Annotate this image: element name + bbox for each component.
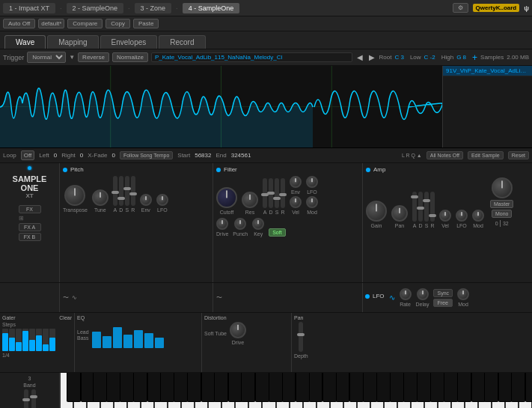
black-key-9[interactable]: [174, 373, 188, 402]
follow-btn[interactable]: Follow Song Tempo: [120, 151, 173, 159]
black-key-11[interactable]: [201, 373, 215, 402]
black-key-30[interactable]: [457, 373, 471, 402]
black-key-19[interactable]: [309, 373, 323, 402]
soft-btn[interactable]: Soft: [269, 228, 285, 237]
black-key-25[interactable]: [390, 373, 404, 402]
black-key-27[interactable]: [417, 373, 431, 402]
lfo-rate-knob[interactable]: [400, 288, 412, 300]
black-key-5[interactable]: [120, 373, 134, 402]
trigger-mode-select[interactable]: Normal: [27, 52, 66, 63]
lfo-delay-knob[interactable]: [417, 288, 429, 300]
black-key-33[interactable]: [498, 373, 513, 402]
pitch-env-knob[interactable]: [140, 194, 152, 206]
black-key-7[interactable]: [147, 373, 162, 402]
amp-lfo-knob[interactable]: [456, 210, 468, 222]
black-key-3[interactable]: [93, 373, 107, 402]
tab-envelopes[interactable]: Envelopes: [100, 35, 158, 49]
filter-env-knob[interactable]: [290, 176, 302, 188]
tab-sampleone-2[interactable]: 4 - SampleOne: [183, 3, 240, 13]
lfo-free-btn[interactable]: Free: [433, 299, 453, 307]
gater-bar-4[interactable]: [22, 329, 28, 351]
black-key-24[interactable]: [376, 373, 391, 402]
black-key-32[interactable]: [484, 373, 498, 402]
edit-sample-btn[interactable]: Edit Sample: [468, 151, 504, 159]
tab-wave[interactable]: Wave: [4, 35, 46, 49]
band-slider-1[interactable]: [24, 389, 28, 408]
fxb-btn[interactable]: FX B: [19, 233, 41, 241]
eq-bar-2[interactable]: [103, 336, 111, 348]
gater-bar-2[interactable]: [9, 329, 15, 351]
eq-bar-6[interactable]: [144, 333, 153, 348]
gain-knob[interactable]: [366, 201, 387, 222]
settings-btn[interactable]: ⚙: [453, 3, 468, 13]
distortion-drive-knob[interactable]: [230, 322, 246, 338]
black-key-10[interactable]: [187, 373, 201, 402]
fx-btn[interactable]: FX: [19, 205, 41, 213]
amp-vel-knob[interactable]: [439, 210, 451, 222]
gater-bar-3[interactable]: [16, 329, 22, 351]
waveform-sidebar-item[interactable]: 91V_VhP_Kate_Vocal_AdLib_115...: [443, 66, 532, 76]
pitch-lfo-knob[interactable]: [156, 194, 168, 206]
lfo-sync-btn[interactable]: Sync: [433, 289, 453, 297]
next-arrow[interactable]: ▶: [367, 53, 376, 61]
punch-knob[interactable]: [234, 218, 246, 230]
gater-bar-6[interactable]: [36, 329, 42, 351]
black-key-23[interactable]: [363, 373, 377, 402]
prev-arrow[interactable]: ◀: [355, 53, 364, 61]
black-key-16[interactable]: [269, 373, 283, 402]
master-knob[interactable]: [492, 177, 513, 198]
eq-bar-1[interactable]: [92, 332, 101, 348]
tab-mapping[interactable]: Mapping: [47, 35, 98, 49]
black-key-8[interactable]: [160, 373, 174, 402]
preset-select[interactable]: default*: [38, 19, 64, 28]
mono-btn[interactable]: Mono: [492, 210, 513, 218]
all-notes-btn[interactable]: All Notes Off: [426, 151, 463, 159]
cutoff-knob[interactable]: [216, 187, 237, 208]
tab-zone[interactable]: 3 - Zone: [135, 3, 172, 13]
black-key-17[interactable]: [282, 373, 296, 402]
drive-knob[interactable]: [216, 218, 228, 230]
black-key-34[interactable]: [511, 373, 525, 402]
filter-lfo-knob[interactable]: [306, 176, 318, 188]
black-key-20[interactable]: [322, 373, 337, 402]
filter-vel-knob[interactable]: [290, 196, 302, 208]
normalize-btn[interactable]: Normalize: [112, 52, 148, 62]
compare-btn[interactable]: Compare: [67, 19, 103, 28]
black-key-1[interactable]: [67, 373, 81, 402]
eq-bar-3[interactable]: [113, 327, 122, 348]
black-key-4[interactable]: [106, 373, 120, 402]
reset-btn[interactable]: Reset: [508, 151, 529, 159]
tab-record[interactable]: Record: [159, 35, 205, 49]
waveform-main[interactable]: [0, 66, 442, 147]
black-key-12[interactable]: [214, 373, 228, 402]
black-key-22[interactable]: [349, 373, 364, 402]
black-key-35[interactable]: [525, 373, 532, 402]
black-key-13[interactable]: [228, 373, 242, 402]
tab-sampleone-1[interactable]: 2 - SampleOne: [67, 3, 124, 13]
fxa-btn[interactable]: FX A: [19, 223, 41, 231]
band-slider-2[interactable]: [31, 389, 36, 408]
amp-mod-knob[interactable]: [472, 210, 484, 222]
tab-impact-xt[interactable]: 1 - Impact XT: [3, 3, 55, 13]
paste-btn[interactable]: Paste: [133, 19, 159, 28]
black-key-15[interactable]: [255, 373, 269, 402]
black-key-21[interactable]: [336, 373, 350, 402]
black-key-28[interactable]: [430, 373, 444, 402]
master-btn[interactable]: Master: [490, 200, 513, 208]
transpose-knob[interactable]: [64, 185, 85, 206]
gater-clear-btn[interactable]: Clear: [59, 315, 72, 320]
plus-btn[interactable]: +: [472, 52, 477, 63]
eq-bar-7[interactable]: [155, 338, 164, 348]
gater-bar-1[interactable]: [2, 329, 8, 351]
eq-bar-5[interactable]: [134, 330, 143, 348]
loop-select[interactable]: Off: [21, 150, 35, 160]
black-key-14[interactable]: [241, 373, 255, 402]
black-key-6[interactable]: [133, 373, 147, 402]
qwerty-badge[interactable]: QwertyK..oard: [473, 4, 520, 12]
tune-knob[interactable]: [92, 189, 108, 206]
res-knob[interactable]: [242, 192, 258, 208]
black-key-31[interactable]: [471, 373, 486, 402]
eq-bar-4[interactable]: [123, 335, 132, 348]
reverse-btn[interactable]: Reverse: [78, 52, 109, 62]
black-key-29[interactable]: [444, 373, 458, 402]
